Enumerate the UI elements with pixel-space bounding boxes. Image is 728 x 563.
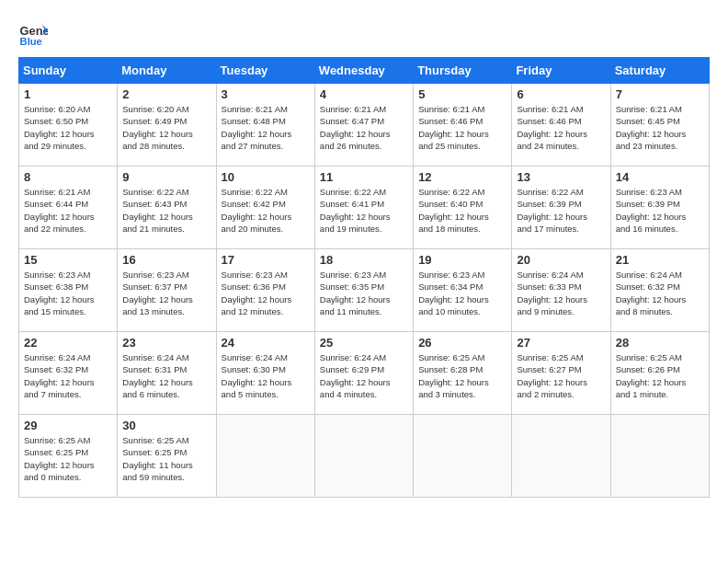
weekday-header-friday: Friday	[512, 58, 610, 84]
day-number: 3	[222, 87, 310, 101]
calendar-week-3: 15Sunrise: 6:23 AM Sunset: 6:38 PM Dayli…	[19, 249, 710, 332]
day-info: Sunrise: 6:24 AM Sunset: 6:29 PM Dayligh…	[320, 351, 408, 400]
day-number: 21	[616, 253, 704, 267]
calendar-week-1: 1Sunrise: 6:20 AM Sunset: 6:50 PM Daylig…	[19, 84, 710, 167]
calendar-cell: 5Sunrise: 6:21 AM Sunset: 6:46 PM Daylig…	[414, 84, 512, 167]
day-info: Sunrise: 6:22 AM Sunset: 6:39 PM Dayligh…	[517, 186, 605, 235]
calendar-cell	[314, 415, 413, 498]
day-number: 7	[616, 87, 704, 101]
day-number: 17	[222, 253, 310, 267]
weekday-header-saturday: Saturday	[610, 58, 709, 84]
page-header: General Blue	[18, 18, 710, 48]
day-number: 26	[418, 336, 506, 350]
day-info: Sunrise: 6:21 AM Sunset: 6:46 PM Dayligh…	[418, 103, 506, 152]
calendar-cell: 29Sunrise: 6:25 AM Sunset: 6:25 PM Dayli…	[19, 415, 118, 498]
day-number: 30	[122, 419, 210, 432]
day-info: Sunrise: 6:25 AM Sunset: 6:26 PM Dayligh…	[616, 351, 704, 400]
weekday-header-sunday: Sunday	[19, 58, 118, 84]
weekday-header-row: SundayMondayTuesdayWednesdayThursdayFrid…	[19, 58, 710, 84]
day-number: 29	[24, 419, 112, 432]
calendar-table: SundayMondayTuesdayWednesdayThursdayFrid…	[18, 57, 710, 498]
day-info: Sunrise: 6:25 AM Sunset: 6:25 PM Dayligh…	[122, 434, 210, 483]
calendar-cell: 9Sunrise: 6:22 AM Sunset: 6:43 PM Daylig…	[118, 167, 216, 249]
day-number: 24	[222, 336, 310, 350]
calendar-cell: 19Sunrise: 6:23 AM Sunset: 6:34 PM Dayli…	[414, 249, 512, 332]
logo-icon: General Blue	[18, 18, 48, 48]
day-info: Sunrise: 6:25 AM Sunset: 6:27 PM Dayligh…	[517, 351, 605, 400]
day-info: Sunrise: 6:25 AM Sunset: 6:25 PM Dayligh…	[24, 434, 112, 483]
day-number: 6	[517, 87, 605, 101]
day-number: 5	[418, 87, 506, 101]
day-info: Sunrise: 6:23 AM Sunset: 6:38 PM Dayligh…	[24, 269, 112, 317]
calendar-cell: 8Sunrise: 6:21 AM Sunset: 6:44 PM Daylig…	[19, 167, 118, 249]
day-number: 22	[24, 336, 112, 350]
calendar-cell	[414, 415, 512, 498]
logo: General Blue	[18, 18, 51, 48]
weekday-header-wednesday: Wednesday	[314, 58, 413, 84]
day-number: 27	[517, 336, 605, 350]
day-info: Sunrise: 6:22 AM Sunset: 6:43 PM Dayligh…	[122, 186, 210, 235]
calendar-cell: 12Sunrise: 6:22 AM Sunset: 6:40 PM Dayli…	[414, 167, 512, 249]
day-number: 1	[24, 87, 112, 101]
calendar-cell: 13Sunrise: 6:22 AM Sunset: 6:39 PM Dayli…	[512, 167, 610, 249]
day-info: Sunrise: 6:21 AM Sunset: 6:46 PM Dayligh…	[517, 103, 605, 152]
calendar-cell: 27Sunrise: 6:25 AM Sunset: 6:27 PM Dayli…	[512, 332, 610, 415]
day-info: Sunrise: 6:20 AM Sunset: 6:49 PM Dayligh…	[122, 103, 210, 152]
day-info: Sunrise: 6:21 AM Sunset: 6:45 PM Dayligh…	[616, 103, 704, 152]
calendar-cell: 16Sunrise: 6:23 AM Sunset: 6:37 PM Dayli…	[118, 249, 216, 332]
day-number: 28	[616, 336, 704, 350]
calendar-week-2: 8Sunrise: 6:21 AM Sunset: 6:44 PM Daylig…	[19, 167, 710, 249]
calendar-cell	[512, 415, 610, 498]
calendar-week-4: 22Sunrise: 6:24 AM Sunset: 6:32 PM Dayli…	[19, 332, 710, 415]
calendar-cell: 30Sunrise: 6:25 AM Sunset: 6:25 PM Dayli…	[118, 415, 216, 498]
calendar-cell: 25Sunrise: 6:24 AM Sunset: 6:29 PM Dayli…	[314, 332, 413, 415]
day-info: Sunrise: 6:21 AM Sunset: 6:48 PM Dayligh…	[222, 103, 310, 152]
day-info: Sunrise: 6:23 AM Sunset: 6:35 PM Dayligh…	[320, 269, 408, 317]
day-info: Sunrise: 6:24 AM Sunset: 6:31 PM Dayligh…	[122, 351, 210, 400]
calendar-cell: 7Sunrise: 6:21 AM Sunset: 6:45 PM Daylig…	[610, 84, 709, 167]
day-number: 9	[122, 170, 210, 184]
weekday-header-thursday: Thursday	[414, 58, 512, 84]
day-number: 11	[320, 170, 408, 184]
calendar-week-5: 29Sunrise: 6:25 AM Sunset: 6:25 PM Dayli…	[19, 415, 710, 498]
calendar-cell: 6Sunrise: 6:21 AM Sunset: 6:46 PM Daylig…	[512, 84, 610, 167]
day-number: 16	[122, 253, 210, 267]
day-info: Sunrise: 6:24 AM Sunset: 6:30 PM Dayligh…	[222, 351, 310, 400]
calendar-cell	[610, 415, 709, 498]
day-info: Sunrise: 6:23 AM Sunset: 6:36 PM Dayligh…	[222, 269, 310, 317]
day-number: 15	[24, 253, 112, 267]
weekday-header-tuesday: Tuesday	[216, 58, 314, 84]
calendar-cell: 10Sunrise: 6:22 AM Sunset: 6:42 PM Dayli…	[216, 167, 314, 249]
calendar-cell	[216, 415, 314, 498]
calendar-cell: 23Sunrise: 6:24 AM Sunset: 6:31 PM Dayli…	[118, 332, 216, 415]
day-number: 25	[320, 336, 408, 350]
day-info: Sunrise: 6:23 AM Sunset: 6:39 PM Dayligh…	[616, 186, 704, 235]
day-number: 13	[517, 170, 605, 184]
day-info: Sunrise: 6:24 AM Sunset: 6:33 PM Dayligh…	[517, 269, 605, 317]
calendar-cell: 24Sunrise: 6:24 AM Sunset: 6:30 PM Dayli…	[216, 332, 314, 415]
calendar-cell: 18Sunrise: 6:23 AM Sunset: 6:35 PM Dayli…	[314, 249, 413, 332]
day-number: 4	[320, 87, 408, 101]
day-info: Sunrise: 6:23 AM Sunset: 6:37 PM Dayligh…	[122, 269, 210, 317]
calendar-cell: 22Sunrise: 6:24 AM Sunset: 6:32 PM Dayli…	[19, 332, 118, 415]
day-info: Sunrise: 6:21 AM Sunset: 6:44 PM Dayligh…	[24, 186, 112, 235]
calendar-cell: 4Sunrise: 6:21 AM Sunset: 6:47 PM Daylig…	[314, 84, 413, 167]
day-number: 2	[122, 87, 210, 101]
day-info: Sunrise: 6:22 AM Sunset: 6:40 PM Dayligh…	[418, 186, 506, 235]
day-info: Sunrise: 6:22 AM Sunset: 6:41 PM Dayligh…	[320, 186, 408, 235]
calendar-cell: 20Sunrise: 6:24 AM Sunset: 6:33 PM Dayli…	[512, 249, 610, 332]
svg-text:Blue: Blue	[20, 36, 42, 47]
day-number: 10	[222, 170, 310, 184]
day-number: 20	[517, 253, 605, 267]
calendar-cell: 21Sunrise: 6:24 AM Sunset: 6:32 PM Dayli…	[610, 249, 709, 332]
day-number: 23	[122, 336, 210, 350]
calendar-cell: 1Sunrise: 6:20 AM Sunset: 6:50 PM Daylig…	[19, 84, 118, 167]
day-info: Sunrise: 6:21 AM Sunset: 6:47 PM Dayligh…	[320, 103, 408, 152]
weekday-header-monday: Monday	[118, 58, 216, 84]
day-number: 19	[418, 253, 506, 267]
calendar-cell: 3Sunrise: 6:21 AM Sunset: 6:48 PM Daylig…	[216, 84, 314, 167]
day-info: Sunrise: 6:24 AM Sunset: 6:32 PM Dayligh…	[24, 351, 112, 400]
calendar-cell: 2Sunrise: 6:20 AM Sunset: 6:49 PM Daylig…	[118, 84, 216, 167]
calendar-cell: 28Sunrise: 6:25 AM Sunset: 6:26 PM Dayli…	[610, 332, 709, 415]
day-number: 8	[24, 170, 112, 184]
